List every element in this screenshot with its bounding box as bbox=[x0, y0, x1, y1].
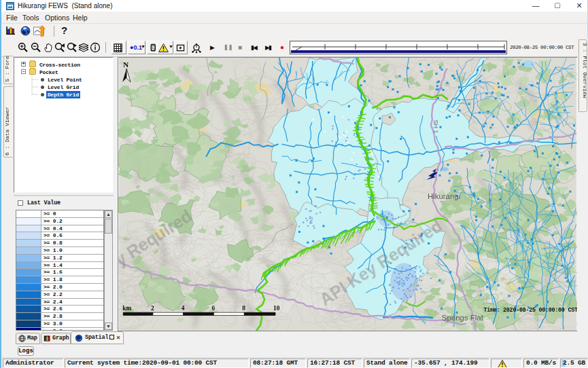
svg-text:Time: 2020-08-25 00:00:00 CST: Time: 2020-08-25 00:00:00 CST bbox=[484, 307, 577, 314]
svg-text:N: N bbox=[123, 60, 128, 69]
svg-text:8: 8 bbox=[242, 305, 245, 312]
svg-text:10: 10 bbox=[273, 305, 280, 312]
svg-text:Hikurangi: Hikurangi bbox=[428, 192, 460, 200]
svg-text:4: 4 bbox=[181, 305, 185, 312]
svg-text:2: 2 bbox=[151, 305, 154, 312]
svg-text:km: km bbox=[122, 305, 131, 312]
svg-text:SH 1: SH 1 bbox=[432, 120, 439, 134]
svg-text:6: 6 bbox=[211, 305, 215, 312]
svg-text:Springs Flat: Springs Flat bbox=[442, 314, 484, 322]
